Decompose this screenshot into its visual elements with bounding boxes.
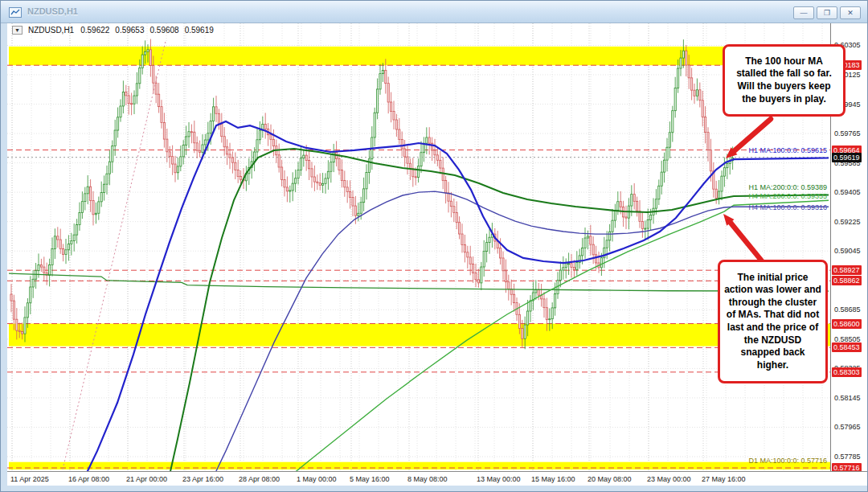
chevron-down-icon[interactable]: ▼ — [12, 26, 23, 35]
high-value: 0.59653 — [115, 26, 144, 35]
time-tick-label: 11 Apr 2025 — [10, 475, 49, 483]
time-tick-label: 1 May 00:00 — [297, 475, 337, 483]
price-level-badge: 0.58303 — [832, 367, 862, 377]
annotation-box-lower[interactable]: The initial price action was lower and t… — [718, 260, 828, 383]
time-tick-label: 23 Apr 16:00 — [182, 475, 223, 483]
price-tick-label: 0.58685 — [834, 305, 861, 314]
time-tick-label: 13 May 00:00 — [477, 475, 521, 483]
price-tick-label: 0.59765 — [834, 129, 861, 137]
chart-canvas: H4 MA:200:0:0: 0.59355H4 MA:100:0:0: 0.5… — [7, 23, 830, 471]
h1-ma-100-line — [77, 121, 829, 471]
w1-ma-slow-line — [9, 273, 829, 291]
h4-ma-200-label: H4 MA:200:0:0: 0.59355 — [748, 192, 827, 200]
d1-ma-100-label: D1 MA:100:0:0: 0.57716 — [748, 457, 827, 465]
chart-icon — [9, 6, 22, 21]
annotation-box-upper[interactable]: The 100 hour MA stalled the fall so far.… — [723, 44, 845, 117]
price-level-badge: 0.58862 — [832, 276, 862, 285]
price-tick-label: 0.58505 — [834, 335, 861, 343]
time-tick-label: 28 Apr 08:00 — [239, 475, 280, 483]
price-tick-label: 0.57785 — [834, 453, 861, 461]
price-tick-label: 0.59045 — [834, 247, 861, 255]
grid-layer — [7, 23, 830, 471]
title-bar[interactable]: NZDUSD,H1 — ❐ ✕ — [1, 1, 867, 23]
chart-window: NZDUSD,H1 — ❐ ✕ H4 MA:200:0:0: 0.59355H4… — [0, 0, 868, 492]
time-tick-label: 27 May 16:00 — [702, 475, 746, 483]
price-tick-label: 0.59225 — [834, 218, 861, 226]
low-value: 0.59608 — [149, 26, 178, 35]
h4-ma-100-label: H4 MA:100:0:0: 0.59316 — [748, 203, 827, 211]
price-tick-label: 0.57965 — [834, 423, 861, 431]
time-tick-label: 5 May 16:00 — [350, 475, 390, 483]
current-price-badge: 0.59619 — [832, 153, 862, 162]
restore-button[interactable]: ❐ — [817, 6, 837, 19]
highlight-bands-layer — [9, 47, 830, 469]
candles-layer — [10, 39, 734, 349]
time-tick-label: 16 Apr 08:00 — [68, 475, 109, 483]
h1-ma-100-label: H1 MA:100:0:0: 0.59615 — [748, 146, 827, 154]
trend-dotted-line — [57, 41, 166, 471]
price-level-badge: 0.58453 — [832, 342, 862, 352]
close-value: 0.59619 — [185, 26, 214, 35]
time-tick-label: 15 May 16:00 — [531, 475, 575, 483]
chart-plot-area[interactable]: H4 MA:200:0:0: 0.59355H4 MA:100:0:0: 0.5… — [7, 23, 831, 471]
close-button[interactable]: ✕ — [840, 6, 861, 19]
time-tick-label: 23 May 00:00 — [647, 475, 691, 483]
minimize-button[interactable]: — — [793, 6, 814, 19]
time-tick-label: 21 Apr 00:00 — [126, 475, 167, 483]
symbol-label: NZDUSD,H1 — [28, 26, 74, 35]
price-tick-label: 0.59405 — [834, 188, 861, 196]
time-tick-label: 20 May 08:00 — [588, 475, 632, 483]
open-value: 0.59622 — [80, 26, 109, 35]
price-tick-label: 0.58145 — [834, 394, 861, 402]
ohlc-header: ▼NZDUSD,H10.596220.596530.596080.59619 — [12, 26, 219, 35]
h1-ma-200-label: H1 MA:200:0:0: 0.59389 — [748, 183, 827, 191]
price-level-badge: 0.58927 — [832, 265, 862, 275]
price-level-badge: 0.58600 — [832, 319, 862, 329]
window-title: NZDUSD,H1 — [27, 6, 78, 16]
time-axis[interactable]: 11 Apr 202516 Apr 08:0021 Apr 00:0023 Ap… — [7, 471, 867, 486]
time-tick-label: 8 May 08:00 — [407, 475, 448, 483]
